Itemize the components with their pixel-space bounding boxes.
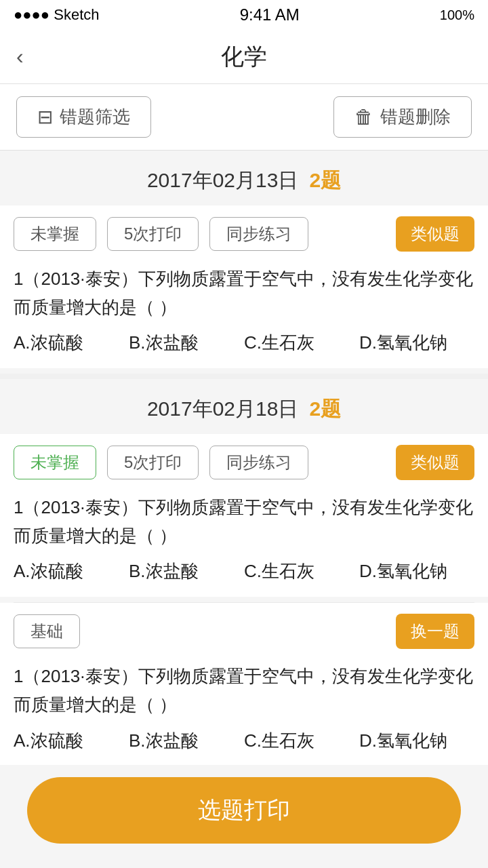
status-battery: 100% bbox=[440, 7, 474, 23]
content-scroll: 2017年02月13日 2题 未掌握 5次打印 同步练习 类似题 1（2013·… bbox=[0, 151, 488, 868]
option-a-2-1: A.浓硫酸 bbox=[14, 559, 129, 583]
page-title: 化学 bbox=[221, 41, 267, 73]
option-d-2-1: D.氢氧化钠 bbox=[359, 559, 474, 583]
tag-row-2-2: 基础 换一题 bbox=[0, 603, 488, 657]
question-text-1-1: 1（2013·泰安）下列物质露置于空气中，没有发生化学变化而质量增大的是（ ） bbox=[14, 265, 474, 321]
question-block-2-2: 1（2013·泰安）下列物质露置于空气中，没有发生化学变化而质量增大的是（ ） … bbox=[0, 657, 488, 766]
option-c-2-1: C.生石灰 bbox=[244, 559, 359, 583]
option-d-1-1: D.氢氧化钠 bbox=[359, 331, 474, 355]
option-c-1-1: C.生石灰 bbox=[244, 331, 359, 355]
tag-unmastered-2[interactable]: 未掌握 bbox=[14, 446, 96, 479]
bottom-bar: 选题打印 bbox=[0, 765, 488, 868]
tag-print-1[interactable]: 5次打印 bbox=[107, 217, 199, 251]
section-date-2: 2017年02月18日 bbox=[147, 395, 298, 423]
delete-button[interactable]: 🗑 错题删除 bbox=[333, 96, 472, 138]
card-2-2: 基础 换一题 1（2013·泰安）下列物质露置于空气中，没有发生化学变化而质量增… bbox=[0, 603, 488, 766]
nav-bar: ‹ 化学 bbox=[0, 30, 488, 84]
question-text-2-1: 1（2013·泰安）下列物质露置于空气中，没有发生化学变化而质量增大的是（ ） bbox=[14, 494, 474, 550]
question-block-1-1: 1（2013·泰安）下列物质露置于空气中，没有发生化学变化而质量增大的是（ ） … bbox=[0, 260, 488, 368]
tag-sync-1[interactable]: 同步练习 bbox=[209, 217, 308, 251]
status-time: 9:41 AM bbox=[240, 5, 300, 24]
filter-button[interactable]: ⊟ 错题筛选 bbox=[16, 96, 151, 138]
card-2-1: 未掌握 5次打印 同步练习 类似题 1（2013·泰安）下列物质露置于空气中，没… bbox=[0, 434, 488, 597]
filter-label: 错题筛选 bbox=[60, 105, 130, 129]
option-b-2-1: B.浓盐酸 bbox=[129, 559, 244, 583]
tag-unmastered-1[interactable]: 未掌握 bbox=[14, 217, 96, 251]
section-header-1: 2017年02月13日 2题 bbox=[0, 151, 488, 205]
option-a-1-1: A.浓硫酸 bbox=[14, 331, 129, 355]
section-header-2: 2017年02月18日 2题 bbox=[0, 379, 488, 434]
tag-basic[interactable]: 基础 bbox=[14, 614, 80, 648]
question-block-2-1: 1（2013·泰安）下列物质露置于空气中，没有发生化学变化而质量增大的是（ ） … bbox=[0, 488, 488, 597]
delete-label: 错题删除 bbox=[380, 105, 451, 129]
print-button[interactable]: 选题打印 bbox=[27, 777, 461, 844]
delete-icon: 🗑 bbox=[354, 106, 373, 128]
filter-icon: ⊟ bbox=[37, 106, 53, 128]
options-row-2-2: A.浓硫酸 B.浓盐酸 C.生石灰 D.氢氧化钠 bbox=[14, 729, 474, 753]
option-a-2-2: A.浓硫酸 bbox=[14, 729, 129, 753]
options-row-2-1: A.浓硫酸 B.浓盐酸 C.生石灰 D.氢氧化钠 bbox=[14, 559, 474, 583]
options-row-1-1: A.浓硫酸 B.浓盐酸 C.生石灰 D.氢氧化钠 bbox=[14, 331, 474, 355]
similar-button-2[interactable]: 类似题 bbox=[396, 445, 474, 480]
status-carrier: ●●●● Sketch bbox=[14, 6, 100, 24]
tag-sync-2[interactable]: 同步练习 bbox=[209, 446, 308, 479]
swap-button-1[interactable]: 换一题 bbox=[396, 614, 474, 649]
carrier-text: ●●●● Sketch bbox=[14, 6, 100, 24]
divider-1 bbox=[0, 374, 488, 379]
option-b-2-2: B.浓盐酸 bbox=[129, 729, 244, 753]
question-text-2-2: 1（2013·泰安）下列物质露置于空气中，没有发生化学变化而质量增大的是（ ） bbox=[14, 663, 474, 719]
back-button[interactable]: ‹ bbox=[16, 44, 24, 69]
tag-row-1-1: 未掌握 5次打印 同步练习 类似题 bbox=[0, 205, 488, 260]
option-b-1-1: B.浓盐酸 bbox=[129, 331, 244, 355]
section-count-2: 2题 bbox=[309, 395, 341, 423]
card-1-1: 未掌握 5次打印 同步练习 类似题 1（2013·泰安）下列物质露置于空气中，没… bbox=[0, 205, 488, 368]
status-bar: ●●●● Sketch 9:41 AM 100% bbox=[0, 0, 488, 30]
similar-button-1[interactable]: 类似题 bbox=[396, 216, 474, 252]
section-count-1: 2题 bbox=[309, 167, 341, 195]
tag-row-2-1: 未掌握 5次打印 同步练习 类似题 bbox=[0, 434, 488, 488]
section-date-1: 2017年02月13日 bbox=[147, 167, 298, 195]
tag-print-2[interactable]: 5次打印 bbox=[107, 446, 199, 479]
option-d-2-2: D.氢氧化钠 bbox=[359, 729, 474, 753]
toolbar: ⊟ 错题筛选 🗑 错题删除 bbox=[0, 84, 488, 151]
option-c-2-2: C.生石灰 bbox=[244, 729, 359, 753]
